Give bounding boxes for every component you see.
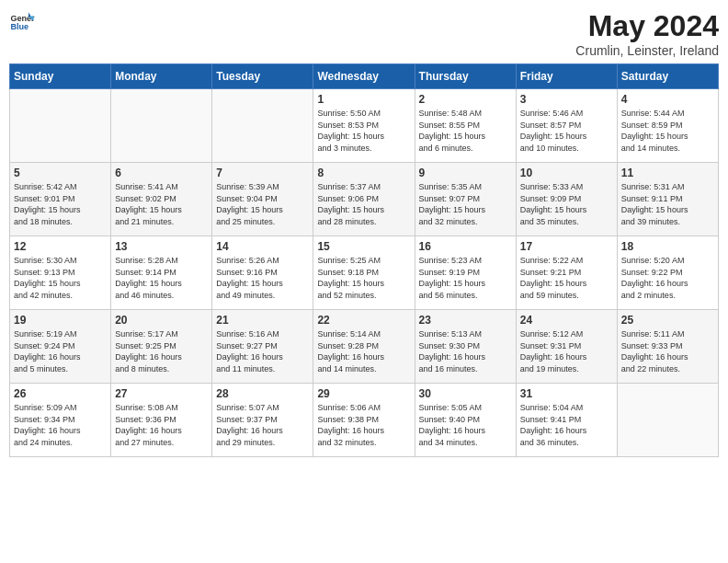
calendar-table: Sunday Monday Tuesday Wednesday Thursday…	[9, 63, 719, 457]
day-number: 22	[317, 314, 410, 327]
day-info: Sunrise: 5:22 AM Sunset: 9:21 PM Dayligh…	[520, 255, 613, 301]
day-info: Sunrise: 5:44 AM Sunset: 8:59 PM Dayligh…	[621, 108, 714, 154]
day-info: Sunrise: 5:33 AM Sunset: 9:09 PM Dayligh…	[520, 181, 613, 227]
day-number: 8	[317, 167, 410, 179]
day-info: Sunrise: 5:17 AM Sunset: 9:25 PM Dayligh…	[115, 328, 208, 374]
calendar-cell: 7Sunrise: 5:39 AM Sunset: 9:04 PM Daylig…	[212, 163, 313, 236]
calendar-cell: 27Sunrise: 5:08 AM Sunset: 9:36 PM Dayli…	[111, 384, 212, 457]
calendar-cell: 29Sunrise: 5:06 AM Sunset: 9:38 PM Dayli…	[313, 384, 415, 457]
calendar-cell: 24Sunrise: 5:12 AM Sunset: 9:31 PM Dayli…	[516, 310, 617, 384]
logo-icon: General Blue	[9, 9, 35, 35]
day-number: 1	[317, 93, 410, 106]
day-info: Sunrise: 5:04 AM Sunset: 9:41 PM Dayligh…	[520, 402, 613, 448]
day-number: 20	[115, 314, 208, 327]
header-sunday: Sunday	[10, 64, 111, 89]
calendar-cell: 16Sunrise: 5:23 AM Sunset: 9:19 PM Dayli…	[415, 236, 516, 310]
day-info: Sunrise: 5:20 AM Sunset: 9:22 PM Dayligh…	[621, 255, 714, 301]
day-info: Sunrise: 5:39 AM Sunset: 9:04 PM Dayligh…	[216, 181, 309, 227]
calendar-cell: 6Sunrise: 5:41 AM Sunset: 9:02 PM Daylig…	[111, 163, 212, 236]
day-info: Sunrise: 5:25 AM Sunset: 9:18 PM Dayligh…	[317, 255, 410, 301]
calendar-cell: 14Sunrise: 5:26 AM Sunset: 9:16 PM Dayli…	[212, 236, 313, 310]
calendar-cell: 2Sunrise: 5:48 AM Sunset: 8:55 PM Daylig…	[415, 89, 516, 163]
day-info: Sunrise: 5:09 AM Sunset: 9:34 PM Dayligh…	[14, 402, 107, 448]
day-info: Sunrise: 5:30 AM Sunset: 9:13 PM Dayligh…	[14, 255, 107, 301]
day-number: 16	[419, 240, 512, 253]
day-info: Sunrise: 5:05 AM Sunset: 9:40 PM Dayligh…	[419, 402, 512, 448]
day-info: Sunrise: 5:46 AM Sunset: 8:57 PM Dayligh…	[520, 108, 613, 154]
day-info: Sunrise: 5:26 AM Sunset: 9:16 PM Dayligh…	[216, 255, 309, 301]
calendar-cell: 4Sunrise: 5:44 AM Sunset: 8:59 PM Daylig…	[617, 89, 718, 163]
day-info: Sunrise: 5:19 AM Sunset: 9:24 PM Dayligh…	[14, 328, 107, 374]
day-number: 14	[216, 240, 309, 253]
calendar-cell	[10, 89, 111, 163]
day-number: 3	[520, 93, 613, 106]
day-number: 21	[216, 314, 309, 327]
day-info: Sunrise: 5:11 AM Sunset: 9:33 PM Dayligh…	[621, 328, 714, 374]
day-number: 27	[115, 387, 208, 400]
day-number: 2	[419, 93, 512, 106]
header-thursday: Thursday	[415, 64, 516, 89]
calendar-cell: 11Sunrise: 5:31 AM Sunset: 9:11 PM Dayli…	[617, 163, 718, 236]
calendar-cell: 28Sunrise: 5:07 AM Sunset: 9:37 PM Dayli…	[212, 384, 313, 457]
day-number: 11	[621, 167, 714, 179]
day-info: Sunrise: 5:12 AM Sunset: 9:31 PM Dayligh…	[520, 328, 613, 374]
header-tuesday: Tuesday	[212, 64, 313, 89]
day-info: Sunrise: 5:41 AM Sunset: 9:02 PM Dayligh…	[115, 181, 208, 227]
day-info: Sunrise: 5:08 AM Sunset: 9:36 PM Dayligh…	[115, 402, 208, 448]
header-saturday: Saturday	[617, 64, 718, 89]
calendar-cell	[212, 89, 313, 163]
title-location: Crumlin, Leinster, Ireland	[575, 43, 719, 58]
calendar-cell: 5Sunrise: 5:42 AM Sunset: 9:01 PM Daylig…	[10, 163, 111, 236]
calendar-cell: 1Sunrise: 5:50 AM Sunset: 8:53 PM Daylig…	[313, 89, 415, 163]
day-info: Sunrise: 5:42 AM Sunset: 9:01 PM Dayligh…	[14, 181, 107, 227]
day-number: 30	[419, 387, 512, 400]
calendar-week-1: 1Sunrise: 5:50 AM Sunset: 8:53 PM Daylig…	[10, 89, 719, 163]
calendar-week-2: 5Sunrise: 5:42 AM Sunset: 9:01 PM Daylig…	[10, 163, 719, 236]
day-info: Sunrise: 5:31 AM Sunset: 9:11 PM Dayligh…	[621, 181, 714, 227]
calendar-cell: 18Sunrise: 5:20 AM Sunset: 9:22 PM Dayli…	[617, 236, 718, 310]
day-number: 6	[115, 167, 208, 179]
calendar-cell: 17Sunrise: 5:22 AM Sunset: 9:21 PM Dayli…	[516, 236, 617, 310]
calendar-cell	[111, 89, 212, 163]
calendar-cell	[617, 384, 718, 457]
day-info: Sunrise: 5:23 AM Sunset: 9:19 PM Dayligh…	[419, 255, 512, 301]
day-number: 28	[216, 387, 309, 400]
title-block: May 2024 Crumlin, Leinster, Ireland	[575, 9, 719, 58]
day-number: 4	[621, 93, 714, 106]
day-info: Sunrise: 5:28 AM Sunset: 9:14 PM Dayligh…	[115, 255, 208, 301]
day-info: Sunrise: 5:35 AM Sunset: 9:07 PM Dayligh…	[419, 181, 512, 227]
day-info: Sunrise: 5:37 AM Sunset: 9:06 PM Dayligh…	[317, 181, 410, 227]
header-friday: Friday	[516, 64, 617, 89]
day-info: Sunrise: 5:13 AM Sunset: 9:30 PM Dayligh…	[419, 328, 512, 374]
header-wednesday: Wednesday	[313, 64, 415, 89]
day-number: 26	[14, 387, 107, 400]
calendar-cell: 20Sunrise: 5:17 AM Sunset: 9:25 PM Dayli…	[111, 310, 212, 384]
calendar-cell: 30Sunrise: 5:05 AM Sunset: 9:40 PM Dayli…	[415, 384, 516, 457]
calendar-cell: 23Sunrise: 5:13 AM Sunset: 9:30 PM Dayli…	[415, 310, 516, 384]
calendar-cell: 9Sunrise: 5:35 AM Sunset: 9:07 PM Daylig…	[415, 163, 516, 236]
day-info: Sunrise: 5:50 AM Sunset: 8:53 PM Dayligh…	[317, 108, 410, 154]
calendar-cell: 22Sunrise: 5:14 AM Sunset: 9:28 PM Dayli…	[313, 310, 415, 384]
day-number: 31	[520, 387, 613, 400]
calendar-cell: 31Sunrise: 5:04 AM Sunset: 9:41 PM Dayli…	[516, 384, 617, 457]
calendar-cell: 15Sunrise: 5:25 AM Sunset: 9:18 PM Dayli…	[313, 236, 415, 310]
calendar-cell: 25Sunrise: 5:11 AM Sunset: 9:33 PM Dayli…	[617, 310, 718, 384]
day-number: 13	[115, 240, 208, 253]
calendar-week-5: 26Sunrise: 5:09 AM Sunset: 9:34 PM Dayli…	[10, 384, 719, 457]
day-number: 9	[419, 167, 512, 179]
day-number: 19	[14, 314, 107, 327]
day-info: Sunrise: 5:06 AM Sunset: 9:38 PM Dayligh…	[317, 402, 410, 448]
day-number: 25	[621, 314, 714, 327]
calendar-cell: 13Sunrise: 5:28 AM Sunset: 9:14 PM Dayli…	[111, 236, 212, 310]
calendar-cell: 26Sunrise: 5:09 AM Sunset: 9:34 PM Dayli…	[10, 384, 111, 457]
day-info: Sunrise: 5:14 AM Sunset: 9:28 PM Dayligh…	[317, 328, 410, 374]
calendar-cell: 19Sunrise: 5:19 AM Sunset: 9:24 PM Dayli…	[10, 310, 111, 384]
calendar-week-3: 12Sunrise: 5:30 AM Sunset: 9:13 PM Dayli…	[10, 236, 719, 310]
day-number: 12	[14, 240, 107, 253]
calendar-cell: 8Sunrise: 5:37 AM Sunset: 9:06 PM Daylig…	[313, 163, 415, 236]
page-header: General Blue May 2024 Crumlin, Leinster,…	[9, 9, 719, 58]
day-number: 15	[317, 240, 410, 253]
day-info: Sunrise: 5:48 AM Sunset: 8:55 PM Dayligh…	[419, 108, 512, 154]
calendar-cell: 3Sunrise: 5:46 AM Sunset: 8:57 PM Daylig…	[516, 89, 617, 163]
calendar-cell: 12Sunrise: 5:30 AM Sunset: 9:13 PM Dayli…	[10, 236, 111, 310]
